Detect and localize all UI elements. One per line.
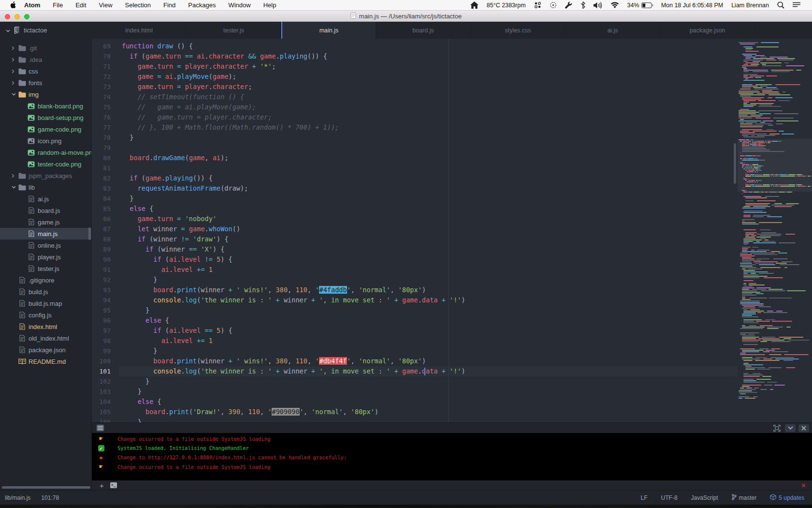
chevron-right-icon[interactable] (12, 46, 18, 50)
dotted-circle-icon[interactable] (550, 1, 557, 9)
console-message: ✔SystemJS loaded. Initialising ChangeHan… (92, 443, 812, 452)
temperature-fan-status: 85°C 2383rpm (487, 2, 526, 9)
tree-item-label: main.js (38, 230, 58, 238)
tree-item-tester-code.png[interactable]: tester-code.png (0, 158, 91, 170)
menu-atom[interactable]: Atom (18, 1, 46, 9)
code-editor[interactable]: 6970717273747576777879808182838485868788… (92, 39, 812, 422)
tree-item-game.js[interactable]: game.js (0, 216, 91, 228)
line-number: 69 (92, 41, 111, 51)
burst-icon: ✹ (97, 454, 105, 461)
tree-item-blank-board.png[interactable]: blank-board.png (0, 100, 91, 112)
menu-window[interactable]: Window (222, 1, 257, 9)
tree-item-board-setup.png[interactable]: board-setup.png (0, 112, 91, 123)
project-root-header[interactable]: tictactoe (0, 22, 92, 39)
collapse-console-icon[interactable] (785, 424, 796, 432)
tree-item-label: config.js (29, 312, 52, 319)
tree-item-build.js.map[interactable]: build.js.map (0, 298, 91, 309)
tree-item-online.js[interactable]: online.js (0, 239, 91, 251)
line-number: 81 (92, 163, 111, 173)
line-number: 97 (92, 326, 111, 336)
tree-item-game-code.png[interactable]: game-code.png (0, 123, 91, 135)
code-line-98: ai.level += 1 (122, 336, 213, 346)
istat-home-icon[interactable] (470, 1, 478, 9)
code-line-84: } (122, 194, 134, 204)
status-line-ending[interactable]: LF (641, 494, 648, 501)
tree-item-random-ai-move.png[interactable]: random-ai-move.png (0, 147, 91, 158)
close-panel-button[interactable]: ✕ (801, 482, 806, 489)
tab-package.json[interactable]: package.json (660, 22, 755, 39)
tree-item-README.md[interactable]: README.md (0, 356, 91, 367)
tab-board.js[interactable]: board.js (376, 22, 471, 39)
tree-item-.idea[interactable]: .idea (0, 54, 91, 65)
tree-item-lib[interactable]: lib (0, 181, 91, 193)
status-file-path[interactable]: lib/main.js (5, 494, 30, 501)
expand-console-icon[interactable] (771, 424, 782, 432)
tab-main.js[interactable]: main.js (281, 22, 376, 39)
image-file-icon (27, 160, 35, 168)
chevron-right-icon[interactable] (12, 174, 18, 178)
tree-item-main.js[interactable]: main.js (0, 228, 91, 239)
minimap[interactable] (738, 39, 812, 422)
tree-item-jspm_packages[interactable]: jspm_packages (0, 170, 91, 181)
tab-styles.css[interactable]: styles.css (471, 22, 566, 39)
chevron-down-icon[interactable] (12, 186, 18, 189)
dots-grid-icon[interactable] (534, 1, 541, 9)
tree-item-ai.js[interactable]: ai.js (0, 193, 91, 205)
menu-packages[interactable]: Packages (182, 1, 222, 9)
chevron-right-icon[interactable] (12, 58, 18, 62)
chevron-right-icon[interactable] (12, 69, 18, 74)
status-encoding[interactable]: UTF-8 (661, 494, 678, 501)
menu-file[interactable]: File (46, 1, 69, 9)
status-git-branch[interactable]: master (732, 494, 757, 502)
project-name: tictactoe (24, 27, 47, 34)
editor-scrollbar[interactable] (734, 143, 736, 184)
status-updates[interactable]: 5 updates (770, 494, 804, 502)
tree-item-fonts[interactable]: fonts (0, 77, 91, 89)
tab-tester.js[interactable]: tester.js (187, 22, 281, 39)
spotlight-search-icon[interactable] (777, 1, 784, 9)
terminal-tab-icon[interactable]: >_ (110, 482, 117, 488)
chevron-down-icon[interactable] (12, 93, 18, 96)
tab-ai.js[interactable]: ai.js (566, 22, 660, 39)
chevron-right-icon[interactable] (12, 81, 18, 85)
tree-item-old_index.html[interactable]: old_index.html (0, 332, 91, 344)
tree-item-board.js[interactable]: board.js (0, 205, 91, 216)
menu-view[interactable]: View (93, 1, 119, 9)
add-terminal-button[interactable]: + (100, 482, 104, 489)
menu-selection[interactable]: Selection (119, 1, 157, 9)
file-icon (18, 276, 26, 284)
tree-item-tester.js[interactable]: tester.js (0, 263, 91, 274)
tree-item-label: .idea (29, 56, 42, 63)
tree-item-build.js[interactable]: build.js (0, 286, 91, 298)
close-console-icon[interactable] (798, 424, 809, 432)
menu-find[interactable]: Find (157, 1, 182, 9)
console-icon[interactable] (96, 424, 104, 432)
desktop-wallpaper-strip (0, 505, 812, 508)
tree-item-img[interactable]: img (0, 89, 91, 100)
tree-item-player.js[interactable]: player.js (0, 251, 91, 263)
notification-center-icon[interactable] (793, 2, 800, 8)
tree-item-label: ai.js (38, 195, 49, 203)
tree-item-index.html[interactable]: index.html (0, 321, 91, 332)
tree-item-icon.png[interactable]: icon.png (0, 135, 91, 147)
menu-edit[interactable]: Edit (69, 1, 92, 9)
tree-item-.gitignore[interactable]: .gitignore (0, 274, 91, 286)
wrench-icon[interactable] (565, 1, 572, 9)
tree-item-package.json[interactable]: package.json (0, 344, 91, 356)
tree-horizontal-scrollbar[interactable] (2, 486, 90, 489)
tree-item-css[interactable]: css (0, 65, 91, 77)
battery-icon[interactable] (641, 2, 653, 8)
line-number: 75 (92, 102, 111, 112)
wifi-icon[interactable] (610, 2, 619, 8)
bluetooth-icon[interactable] (580, 1, 585, 9)
tree-item-.git[interactable]: .git (0, 42, 91, 54)
tree-item-config.js[interactable]: config.js (0, 309, 91, 321)
volume-icon[interactable] (594, 2, 602, 9)
tab-index.html[interactable]: index.html (92, 22, 187, 39)
status-cursor-position[interactable]: 101:78 (41, 494, 59, 501)
status-language[interactable]: JavaScript (691, 494, 718, 501)
tree-vertical-scrollbar[interactable] (88, 227, 91, 240)
menu-help[interactable]: Help (257, 1, 283, 9)
apple-menu-icon[interactable] (10, 1, 16, 9)
line-number: 101 (92, 366, 111, 376)
